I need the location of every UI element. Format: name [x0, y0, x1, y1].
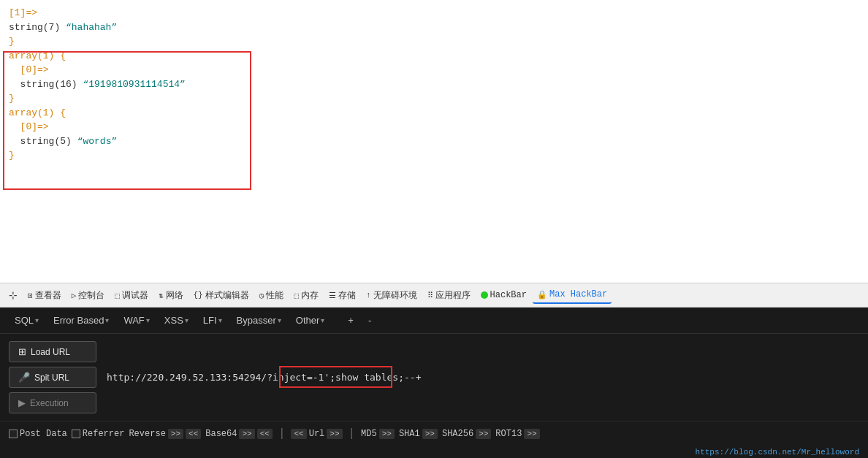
bottom-separator-2: | — [347, 427, 357, 440]
devtools-application[interactable]: ⠿ 应用程序 — [423, 286, 475, 305]
devtools-debugger[interactable]: ⬚ 调试器 — [110, 286, 153, 305]
hackbar-footer: https://blog.csdn.net/Mr_helloword — [0, 446, 868, 458]
devtools-performance[interactable]: ◷ 性能 — [255, 286, 289, 305]
menu-xss[interactable]: XSS ▾ — [159, 312, 194, 329]
devtools-bar: ⊹ ⊡ 查看器 ▷ 控制台 ⬚ 调试器 ⇅ 网络 {} 样式编辑器 ◷ 性能 ⬚… — [0, 283, 868, 308]
hackbar-main: ⊞ Load URL 🎤 Spit URL ▶ Execution — [0, 334, 868, 421]
post-data-checkbox[interactable] — [9, 430, 18, 438]
hackbar-url-area — [104, 341, 859, 413]
referrer-checkbox-label[interactable]: Referrer — [72, 429, 125, 439]
code-line: string(5) “words” — [9, 134, 859, 149]
code-line: array(1) { — [9, 49, 859, 64]
sha1-item[interactable]: SHA1 >> — [399, 429, 438, 439]
devtools-memory[interactable]: ⬚ 内存 — [289, 286, 323, 305]
sql-arrow-icon: ▾ — [35, 316, 39, 324]
lock-icon: 🔒 — [537, 290, 547, 299]
code-line: } — [9, 91, 859, 106]
menu-lfi[interactable]: LFI ▾ — [197, 312, 228, 329]
lfi-arrow-icon: ▾ — [218, 316, 222, 324]
devtools-accessibility[interactable]: ↑ 无障碍环境 — [362, 286, 422, 305]
hackbar-buttons: ⊞ Load URL 🎤 Spit URL ▶ Execution — [9, 341, 96, 413]
code-line: string(16) “1919810931114514” — [9, 77, 859, 92]
post-data-checkbox-label[interactable]: Post Data — [9, 429, 67, 439]
code-line: } — [9, 34, 859, 49]
code-line: [0]=> — [9, 120, 859, 134]
devtools-style-editor[interactable]: {} 样式编辑器 — [189, 286, 254, 305]
waf-arrow-icon: ▾ — [146, 316, 150, 324]
reverse-item[interactable]: Reverse >> << — [129, 429, 201, 439]
devtools-inspector[interactable]: ⊡ 查看器 — [23, 286, 66, 305]
devtools-hackbar[interactable]: HackBar — [476, 287, 531, 303]
code-line: array(1) { — [9, 106, 859, 121]
code-line: [0]=> — [9, 63, 859, 77]
url-item[interactable]: << Url >> — [291, 429, 342, 439]
rot13-item[interactable]: ROT13 >> — [495, 429, 539, 439]
md5-arrow[interactable]: >> — [379, 429, 395, 439]
devtools-console[interactable]: ▷ 控制台 — [67, 286, 110, 305]
url-right-arrow[interactable]: >> — [327, 429, 342, 439]
menu-add[interactable]: + — [342, 312, 359, 329]
hackbar-bottom: Post Data Referrer Reverse >> << Base64 … — [0, 421, 868, 446]
execution-icon: ▶ — [18, 397, 26, 408]
menu-bypasser[interactable]: Bypasser ▾ — [231, 312, 287, 329]
menu-sql[interactable]: SQL ▾ — [9, 312, 45, 329]
code-line: string(7) “hahahah” — [9, 20, 859, 35]
xss-arrow-icon: ▾ — [185, 316, 189, 324]
reverse-right-arrow[interactable]: >> — [168, 429, 183, 439]
hackbar-menu: SQL ▾ Error Based ▾ WAF ▾ XSS ▾ LFI ▾ By… — [0, 308, 868, 334]
referrer-checkbox[interactable] — [72, 430, 80, 438]
base64-right-arrow[interactable]: >> — [239, 429, 254, 439]
load-url-icon: ⊞ — [18, 346, 26, 357]
code-line: [1]=> — [9, 6, 859, 20]
spit-url-icon: 🎤 — [18, 372, 30, 383]
load-url-button[interactable]: ⊞ Load URL — [9, 341, 96, 362]
menu-waf[interactable]: WAF ▾ — [118, 312, 155, 329]
sha256-arrow[interactable]: >> — [476, 429, 491, 439]
menu-error-based[interactable]: Error Based ▾ — [47, 312, 115, 329]
url-input[interactable] — [104, 367, 859, 387]
bottom-separator-1: | — [277, 427, 287, 440]
menu-other[interactable]: Other ▾ — [290, 312, 331, 329]
md5-item[interactable]: MD5 >> — [361, 429, 395, 439]
base64-left-arrow[interactable]: << — [257, 429, 273, 439]
code-line: } — [9, 148, 859, 163]
url-input-wrap — [104, 367, 859, 387]
other-arrow-icon: ▾ — [321, 316, 324, 324]
devtools-cursor-icon[interactable]: ⊹ — [4, 286, 22, 305]
error-based-arrow-icon: ▾ — [105, 316, 109, 324]
green-dot-icon — [481, 291, 488, 299]
url-left-arrow[interactable]: << — [291, 429, 306, 439]
rot13-arrow[interactable]: >> — [524, 429, 539, 439]
reverse-left-arrow[interactable]: << — [186, 429, 201, 439]
execution-button[interactable]: ▶ Execution — [9, 392, 96, 413]
code-area: [1]=>string(7) “hahahah”}array(1) { [0]=… — [0, 0, 868, 283]
menu-remove[interactable]: - — [362, 312, 377, 329]
hackbar: SQL ▾ Error Based ▾ WAF ▾ XSS ▾ LFI ▾ By… — [0, 308, 868, 458]
bypasser-arrow-icon: ▾ — [278, 316, 281, 324]
spit-url-button[interactable]: 🎤 Spit URL — [9, 367, 96, 388]
devtools-network[interactable]: ⇅ 网络 — [154, 286, 188, 305]
devtools-storage[interactable]: ☰ 存储 — [324, 286, 360, 305]
base64-item[interactable]: Base64 >> << — [205, 429, 273, 439]
devtools-max-hackbar[interactable]: 🔒 Max HackBar — [533, 286, 612, 304]
sha256-item[interactable]: SHA256 >> — [442, 429, 491, 439]
sha1-arrow[interactable]: >> — [422, 429, 438, 439]
